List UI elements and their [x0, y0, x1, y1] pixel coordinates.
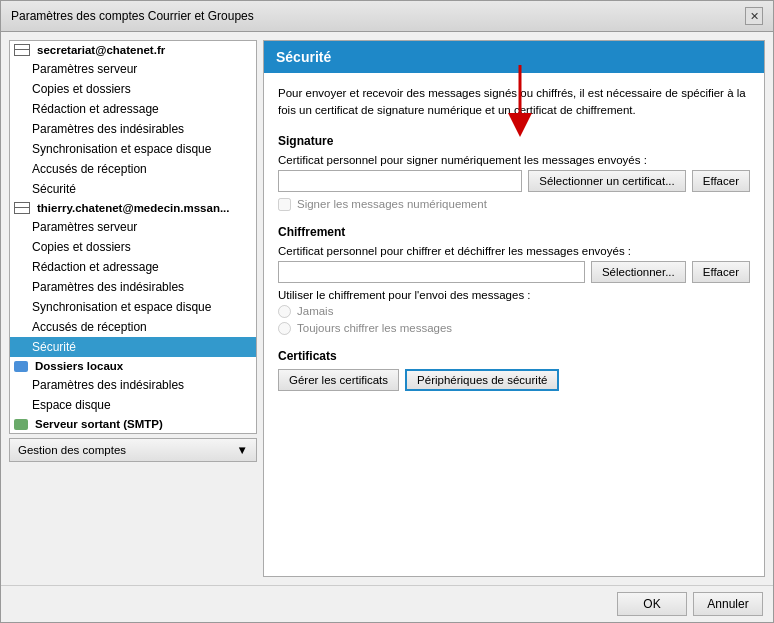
radio-jamais[interactable]	[278, 305, 291, 318]
encryption-select-button[interactable]: Sélectionner...	[591, 261, 686, 283]
ok-button[interactable]: OK	[617, 592, 687, 616]
encryption-use-label: Utiliser le chiffrement pour l'envoi des…	[278, 289, 750, 301]
radio-toujours-label: Toujours chiffrer les messages	[297, 322, 452, 334]
sidebar-item-params-serveur-1[interactable]: Paramètres serveur	[10, 59, 256, 79]
sidebar-item-indesirables-1[interactable]: Paramètres des indésirables	[10, 119, 256, 139]
gestion-section: Gestion des comptes ▼	[9, 438, 257, 462]
sidebar-item-sync-1[interactable]: Synchronisation et espace disque	[10, 139, 256, 159]
description-text: Pour envoyer et recevoir des messages si…	[278, 85, 750, 120]
sidebar-item-copies-1[interactable]: Copies et dossiers	[10, 79, 256, 99]
local-icon	[14, 361, 28, 372]
content-panel: Sécurité Pour envoyer et recevoir des me…	[263, 40, 765, 577]
sidebar-item-indesirables-local[interactable]: Paramètres des indésirables	[10, 375, 256, 395]
email-icon-1	[14, 44, 30, 56]
signature-input-row: Sélectionner un certificat... Effacer	[278, 170, 750, 192]
sidebar-dossiers-locaux[interactable]: Dossiers locaux	[10, 357, 256, 375]
cancel-button[interactable]: Annuler	[693, 592, 763, 616]
gestion-comptes-button[interactable]: Gestion des comptes ▼	[9, 438, 257, 462]
encryption-input-row: Sélectionner... Effacer	[278, 261, 750, 283]
certs-buttons-row: Gérer les certificats Périphériques de s…	[278, 369, 750, 391]
radio-jamais-row: Jamais	[278, 305, 750, 318]
encryption-title: Chiffrement	[278, 225, 750, 239]
sign-messages-label: Signer les messages numériquement	[297, 198, 487, 210]
close-button[interactable]: ✕	[745, 7, 763, 25]
signature-section: Signature Certificat personnel pour sign…	[278, 134, 750, 211]
signature-checkbox-row: Signer les messages numériquement	[278, 198, 750, 211]
sidebar-item-securite-1[interactable]: Sécurité	[10, 179, 256, 199]
encryption-radio-group: Jamais Toujours chiffrer les messages	[278, 305, 750, 335]
sidebar-item-copies-2[interactable]: Copies et dossiers	[10, 237, 256, 257]
window-footer: OK Annuler	[1, 585, 773, 622]
gestion-label: Gestion des comptes	[18, 444, 126, 456]
signature-cert-label: Certificat personnel pour signer numériq…	[278, 154, 750, 166]
encryption-cert-input[interactable]	[278, 261, 585, 283]
signature-clear-button[interactable]: Effacer	[692, 170, 750, 192]
sidebar-item-redaction-1[interactable]: Rédaction et adressage	[10, 99, 256, 119]
email-icon-2	[14, 202, 30, 214]
gestion-arrow-icon: ▼	[237, 444, 248, 456]
content-header: Sécurité	[264, 41, 764, 73]
manage-certs-button[interactable]: Gérer les certificats	[278, 369, 399, 391]
sidebar-account-2[interactable]: thierry.chatenet@medecin.mssan...	[10, 199, 256, 217]
sidebar-smtp[interactable]: Serveur sortant (SMTP)	[10, 415, 256, 433]
sidebar-account-1[interactable]: secretariat@chatenet.fr	[10, 41, 256, 59]
certs-title: Certificats	[278, 349, 750, 363]
sign-messages-checkbox[interactable]	[278, 198, 291, 211]
signature-cert-input[interactable]	[278, 170, 522, 192]
sidebar: secretariat@chatenet.fr Paramètres serve…	[9, 40, 257, 434]
signature-title: Signature	[278, 134, 750, 148]
signature-select-button[interactable]: Sélectionner un certificat...	[528, 170, 686, 192]
encryption-section: Chiffrement Certificat personnel pour ch…	[278, 225, 750, 335]
sidebar-item-securite-2[interactable]: Sécurité	[10, 337, 256, 357]
peripherals-button[interactable]: Périphériques de sécurité	[405, 369, 559, 391]
sidebar-item-redaction-2[interactable]: Rédaction et adressage	[10, 257, 256, 277]
sidebar-item-espace-disque[interactable]: Espace disque	[10, 395, 256, 415]
encryption-clear-button[interactable]: Effacer	[692, 261, 750, 283]
radio-jamais-label: Jamais	[297, 305, 333, 317]
window-title: Paramètres des comptes Courrier et Group…	[11, 9, 254, 23]
radio-toujours[interactable]	[278, 322, 291, 335]
encryption-cert-label: Certificat personnel pour chiffrer et dé…	[278, 245, 750, 257]
smtp-icon	[14, 419, 28, 430]
sidebar-item-sync-2[interactable]: Synchronisation et espace disque	[10, 297, 256, 317]
sidebar-item-accuses-1[interactable]: Accusés de réception	[10, 159, 256, 179]
certs-section: Certificats Gérer les certificats Périph…	[278, 349, 750, 391]
sidebar-item-accuses-2[interactable]: Accusés de réception	[10, 317, 256, 337]
content-body: Pour envoyer et recevoir des messages si…	[264, 73, 764, 576]
radio-toujours-row: Toujours chiffrer les messages	[278, 322, 750, 335]
sidebar-item-indesirables-2[interactable]: Paramètres des indésirables	[10, 277, 256, 297]
sidebar-item-params-serveur-2[interactable]: Paramètres serveur	[10, 217, 256, 237]
title-bar: Paramètres des comptes Courrier et Group…	[1, 1, 773, 32]
